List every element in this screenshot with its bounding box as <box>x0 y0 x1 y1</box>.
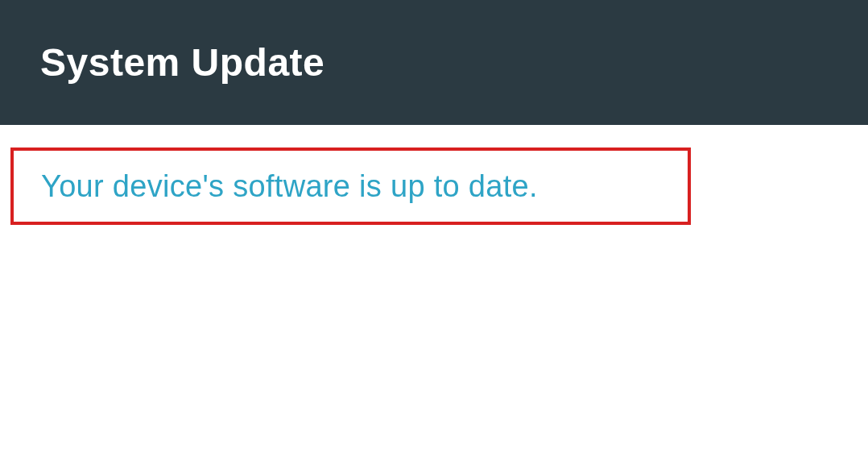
status-highlight-box: Your device's software is up to date. <box>10 148 691 225</box>
content-area: Your device's software is up to date. <box>0 125 868 225</box>
status-message: Your device's software is up to date. <box>41 169 538 204</box>
app-header: System Update <box>0 0 868 125</box>
page-title: System Update <box>40 40 324 85</box>
